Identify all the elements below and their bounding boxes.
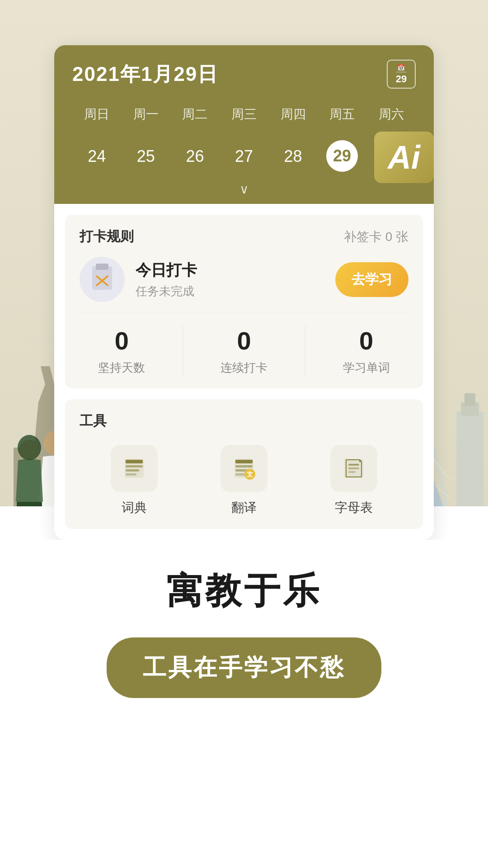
svg-rect-43 bbox=[348, 467, 359, 469]
calendar-title: 2021年1月29日 bbox=[72, 61, 218, 88]
tool-dictionary[interactable]: 词典 bbox=[111, 445, 158, 516]
svg-rect-35 bbox=[235, 460, 253, 463]
svg-rect-32 bbox=[126, 469, 139, 472]
checkin-section-header: 打卡规则 补签卡 0 张 bbox=[80, 227, 408, 246]
tool-alphabet-label: 字母表 bbox=[335, 499, 373, 516]
tool-translate[interactable]: 文 翻译 bbox=[221, 445, 267, 516]
expand-icon[interactable]: ∨ bbox=[239, 182, 249, 197]
tool-alphabet[interactable]: 字母表 bbox=[330, 445, 377, 516]
badge-text: 补签卡 0 张 bbox=[344, 228, 408, 245]
main-content: 2021年1月29日 📅 29 周日 周一 周二 周三 周四 周五 周六 bbox=[0, 0, 488, 734]
weekday-sun: 周日 bbox=[72, 101, 122, 127]
main-card: 2021年1月29日 📅 29 周日 周一 周二 周三 周四 周五 周六 bbox=[54, 45, 434, 540]
tools-section: 工具 词典 bbox=[65, 399, 423, 529]
tool-dictionary-label: 词典 bbox=[122, 499, 147, 516]
stat-divider-2 bbox=[305, 326, 305, 376]
sub-slogan: 工具在手学习不愁 bbox=[107, 637, 381, 698]
stat-divider-1 bbox=[183, 326, 183, 376]
svg-text:文: 文 bbox=[247, 471, 253, 478]
tools-row: 词典 文 翻译 bbox=[80, 445, 408, 516]
stats-row: 0 坚持天数 0 连续打卡 0 学习单词 bbox=[80, 326, 408, 376]
svg-rect-26 bbox=[96, 264, 108, 270]
weekday-wed: 周三 bbox=[220, 101, 269, 127]
bottom-section: 寓教于乐 工具在手学习不愁 bbox=[0, 540, 488, 734]
stat-streak: 0 连续打卡 bbox=[221, 326, 267, 376]
date-28[interactable]: 28 bbox=[268, 140, 318, 173]
calendar-icon-number: 29 bbox=[396, 73, 407, 85]
weekday-sat: 周六 bbox=[366, 101, 416, 127]
checkin-card: 今日打卡 任务未完成 去学习 bbox=[80, 257, 408, 313]
svg-rect-33 bbox=[126, 473, 136, 476]
weekday-mon: 周一 bbox=[122, 101, 171, 127]
checkin-section-title: 打卡规则 bbox=[80, 227, 134, 246]
stat-persist-days: 0 坚持天数 bbox=[98, 326, 145, 376]
stat-streak-label: 连续打卡 bbox=[221, 360, 267, 376]
date-24[interactable]: 24 bbox=[72, 140, 122, 173]
date-25[interactable]: 25 bbox=[122, 140, 171, 173]
translate-icon: 文 bbox=[232, 456, 256, 481]
weekday-tue: 周二 bbox=[170, 101, 220, 127]
stat-persist-value: 0 bbox=[115, 326, 129, 355]
tool-translate-label: 翻译 bbox=[231, 499, 257, 516]
svg-rect-30 bbox=[126, 460, 143, 463]
weekday-fri: 周五 bbox=[318, 101, 367, 127]
checkin-section: 打卡规则 补签卡 0 张 bbox=[65, 215, 423, 388]
stat-words-value: 0 bbox=[359, 326, 373, 355]
stat-streak-value: 0 bbox=[237, 326, 251, 355]
expand-row: ∨ bbox=[72, 177, 416, 204]
ai-badge: Ai bbox=[374, 132, 434, 183]
date-row: 24 25 26 27 28 29 30 bbox=[72, 133, 416, 177]
checkin-subtitle: 任务未完成 bbox=[136, 283, 324, 299]
svg-rect-31 bbox=[126, 465, 143, 467]
tool-alphabet-icon-wrapper bbox=[330, 445, 377, 492]
alphabet-icon bbox=[342, 456, 366, 481]
svg-rect-44 bbox=[348, 471, 356, 473]
checkin-icon-wrapper bbox=[80, 257, 125, 302]
checkin-info: 今日打卡 任务未完成 bbox=[136, 260, 324, 299]
date-27[interactable]: 27 bbox=[220, 140, 269, 173]
checkin-icon bbox=[89, 263, 116, 297]
weekday-thu: 周四 bbox=[268, 101, 318, 127]
svg-rect-36 bbox=[235, 465, 253, 467]
svg-rect-42 bbox=[348, 464, 359, 466]
calendar-title-row: 2021年1月29日 📅 29 bbox=[72, 60, 416, 89]
stat-words: 0 学习单词 bbox=[343, 326, 390, 376]
checkin-title: 今日打卡 bbox=[136, 260, 324, 281]
dictionary-icon bbox=[122, 456, 146, 481]
calendar-icon-button[interactable]: 📅 29 bbox=[387, 60, 416, 89]
tool-translate-icon-wrapper: 文 bbox=[221, 445, 267, 492]
date-29-selected[interactable]: 29 bbox=[326, 140, 358, 172]
weekday-row: 周日 周一 周二 周三 周四 周五 周六 bbox=[72, 101, 416, 133]
ai-text: Ai bbox=[388, 139, 420, 175]
main-slogan: 寓教于乐 bbox=[166, 567, 322, 616]
date-26[interactable]: 26 bbox=[170, 140, 220, 173]
tool-dictionary-icon-wrapper bbox=[111, 445, 158, 492]
stat-persist-label: 坚持天数 bbox=[98, 360, 145, 376]
tools-title: 工具 bbox=[80, 412, 408, 430]
stat-words-label: 学习单词 bbox=[343, 360, 390, 376]
go-study-button[interactable]: 去学习 bbox=[335, 262, 408, 297]
